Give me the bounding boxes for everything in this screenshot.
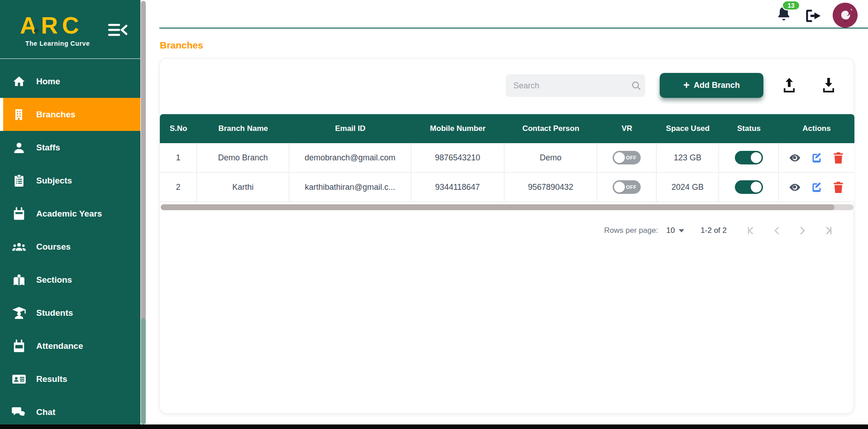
lightbulb-icon <box>33 27 40 38</box>
clipboard-icon <box>12 174 26 188</box>
rows-per-page-value: 10 <box>666 226 675 235</box>
cell-branch-name: Karthi <box>197 173 289 202</box>
last-page-icon[interactable] <box>822 225 834 236</box>
col-header-vr: VR <box>597 114 657 143</box>
cell-status <box>719 173 779 202</box>
cell-actions <box>779 173 854 202</box>
sidebar-item-academic-years[interactable]: Academic Years <box>0 197 140 230</box>
cell-actions <box>779 143 854 172</box>
scrollbar-thumb[interactable] <box>141 1 146 321</box>
add-branch-label: Add Branch <box>694 81 740 90</box>
sidebar-item-label: Branches <box>36 110 76 120</box>
first-page-icon[interactable] <box>746 225 758 236</box>
search-input[interactable] <box>506 81 627 91</box>
brand-name: ARC <box>20 12 83 39</box>
search-box <box>506 74 645 97</box>
sidebar: ARC The Learning Curve Home <box>0 0 140 424</box>
table-row: 2 Karthi karthibathiran@gmail.c... 93441… <box>160 173 854 202</box>
cell-contact: Demo <box>504 143 597 172</box>
previous-page-icon[interactable] <box>771 225 783 236</box>
cell-status <box>719 143 779 172</box>
sidebar-item-courses[interactable]: Courses <box>0 230 140 263</box>
vr-toggle[interactable]: OFF <box>613 180 641 194</box>
toggle-knob <box>751 152 762 163</box>
people-group-icon <box>12 240 26 254</box>
notification-count-badge: 13 <box>782 0 800 10</box>
topbar-divider <box>159 28 868 29</box>
branches-table: S.No Branch Name Email ID Mobile Number … <box>160 114 854 202</box>
edit-icon[interactable] <box>810 181 823 193</box>
sidebar-item-staffs[interactable]: Staffs <box>0 131 140 164</box>
graduate-icon <box>12 306 26 320</box>
upload-icon[interactable] <box>781 76 797 95</box>
sidebar-item-label: Staffs <box>36 143 60 153</box>
cell-mobile: 9876543210 <box>411 143 504 172</box>
cell-email: demobranch@gmail.com <box>289 143 411 172</box>
logout-icon[interactable] <box>805 8 822 24</box>
sidebar-item-home[interactable]: Home <box>0 65 140 98</box>
brand-logo: ARC The Learning Curve <box>0 0 140 59</box>
chat-icon <box>12 405 26 419</box>
cell-sno: 2 <box>160 173 197 202</box>
chevron-down-icon <box>679 229 684 232</box>
view-eye-icon[interactable] <box>789 181 801 193</box>
vr-toggle-label: OFF <box>626 155 637 160</box>
col-header-status: Status <box>719 114 779 143</box>
sidebar-item-label: Attendance <box>36 341 83 351</box>
search-icon[interactable] <box>627 80 645 91</box>
vr-toggle[interactable]: OFF <box>613 151 641 164</box>
sidebar-item-label: Home <box>36 77 60 87</box>
rows-per-page-label: Rows per page: <box>604 226 658 235</box>
col-header-space: Space Used <box>657 114 719 143</box>
sidebar-item-label: Sections <box>36 275 72 285</box>
user-avatar[interactable] <box>833 3 858 28</box>
bottom-edge-bar <box>0 424 868 429</box>
sidebar-item-sections[interactable]: Sections <box>0 263 140 296</box>
toggle-knob <box>751 182 762 193</box>
add-branch-button[interactable]: + Add Branch <box>660 73 763 98</box>
sidebar-item-attendance[interactable]: Attendance <box>0 329 140 362</box>
sidebar-item-results[interactable]: Results <box>0 362 140 395</box>
brand-tagline: The Learning Curve <box>25 40 90 47</box>
col-header-sno: S.No <box>160 114 197 143</box>
sidebar-item-label: Chat <box>36 407 55 417</box>
app-root: ARC The Learning Curve Home <box>0 0 868 429</box>
sidebar-item-label: Academic Years <box>36 209 102 219</box>
pagination-nav <box>746 225 834 236</box>
sidebar-nav: Home Branches Staffs Subjects <box>0 65 140 429</box>
building-icon <box>12 107 26 122</box>
status-toggle[interactable] <box>735 180 763 194</box>
vertical-scrollbar[interactable] <box>140 0 146 424</box>
rows-per-page-select[interactable]: 10 <box>666 226 684 235</box>
sidebar-item-branches[interactable]: Branches <box>0 98 140 131</box>
home-icon <box>12 74 26 89</box>
calendar-icon <box>12 339 26 353</box>
next-page-icon[interactable] <box>796 225 808 236</box>
sidebar-item-students[interactable]: Students <box>0 296 140 329</box>
delete-trash-icon[interactable] <box>832 152 844 164</box>
person-icon <box>12 140 26 155</box>
toggle-knob <box>614 182 625 193</box>
download-icon[interactable] <box>820 76 837 95</box>
view-eye-icon[interactable] <box>789 152 801 164</box>
breadcrumb[interactable]: Branches <box>160 40 203 51</box>
sidebar-item-label: Students <box>36 308 73 318</box>
status-toggle[interactable] <box>735 151 763 164</box>
branches-card: + Add Branch S.No Branch Name Email ID M… <box>159 58 854 414</box>
scrollbar-track <box>141 318 146 424</box>
calendar-icon <box>12 207 26 221</box>
horizontal-scrollbar[interactable] <box>161 204 854 210</box>
col-header-mobile: Mobile Number <box>411 114 504 143</box>
sidebar-item-subjects[interactable]: Subjects <box>0 164 140 197</box>
cell-mobile: 9344118647 <box>411 173 504 202</box>
horizontal-scrollbar-thumb[interactable] <box>161 204 834 210</box>
sidebar-collapse-icon[interactable] <box>108 22 128 38</box>
delete-trash-icon[interactable] <box>832 181 844 193</box>
sidebar-item-chat[interactable]: Chat <box>0 395 140 429</box>
cell-contact: 9567890432 <box>504 173 597 202</box>
edit-icon[interactable] <box>810 152 823 164</box>
table-header-row: S.No Branch Name Email ID Mobile Number … <box>160 114 854 143</box>
cell-space: 123 GB <box>657 143 719 172</box>
col-header-branch-name: Branch Name <box>197 114 289 143</box>
cell-vr: OFF <box>597 143 657 172</box>
